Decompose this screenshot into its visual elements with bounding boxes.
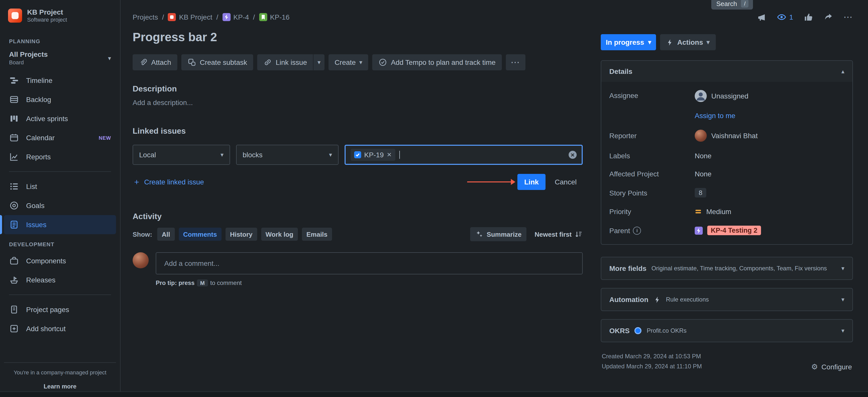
actions-dropdown[interactable]: Actions ▾ bbox=[660, 34, 716, 50]
create-dropdown-button[interactable]: Create ▾ bbox=[329, 54, 368, 70]
breadcrumb-projects[interactable]: Projects bbox=[133, 13, 158, 21]
components-icon bbox=[9, 256, 19, 266]
status-dropdown[interactable]: In progress ▾ bbox=[601, 34, 656, 50]
issue-chip[interactable]: KP-19 ✕ bbox=[351, 149, 395, 161]
okrs-panel[interactable]: OKRS Profit.co OKRs ▾ bbox=[601, 319, 853, 342]
link-issue-split-button: Link issue ▾ bbox=[257, 54, 325, 70]
watchers-count: 1 bbox=[789, 13, 793, 21]
link-issue-dropdown-button[interactable]: ▾ bbox=[313, 54, 324, 70]
link-relation-select[interactable]: blocks ▾ bbox=[236, 145, 339, 165]
description-placeholder[interactable]: Add a description... bbox=[133, 98, 583, 106]
clear-input-icon[interactable]: ✕ bbox=[569, 151, 577, 159]
create-subtask-label: Create subtask bbox=[200, 58, 247, 66]
configure-button[interactable]: ⚙ Configure bbox=[811, 362, 852, 371]
link-target-input[interactable]: KP-19 ✕ ✕ bbox=[345, 145, 583, 165]
link-relation-value: blocks bbox=[243, 151, 262, 159]
search-hint[interactable]: Search / bbox=[711, 0, 753, 9]
sidebar-item-list[interactable]: List bbox=[4, 177, 116, 196]
chevron-down-icon: ▾ bbox=[841, 327, 844, 334]
story-points-value[interactable]: 8 bbox=[695, 188, 706, 197]
details-panel-header[interactable]: Details ▴ bbox=[601, 61, 852, 82]
cancel-button[interactable]: Cancel bbox=[549, 174, 583, 190]
issues-icon bbox=[9, 220, 19, 230]
chip-remove-icon[interactable]: ✕ bbox=[387, 151, 392, 158]
linked-issues-heading: Linked issues bbox=[133, 127, 583, 136]
sidebar-item-goals[interactable]: Goals bbox=[4, 196, 116, 215]
tab-comments[interactable]: Comments bbox=[179, 227, 221, 241]
attach-button[interactable]: Attach bbox=[133, 54, 177, 70]
project-header[interactable]: KB Project Software project bbox=[8, 8, 112, 23]
project-mini-icon bbox=[168, 13, 176, 21]
share-icon[interactable] bbox=[823, 12, 833, 22]
gear-icon: ⚙ bbox=[811, 362, 818, 371]
breadcrumb-epic-label: KP-4 bbox=[233, 13, 249, 21]
learn-more-link[interactable]: Learn more bbox=[6, 383, 114, 390]
m-keycap: M bbox=[197, 279, 208, 286]
tab-emails[interactable]: Emails bbox=[302, 227, 332, 241]
tab-all[interactable]: All bbox=[157, 227, 175, 241]
affected-project-value[interactable]: None bbox=[695, 170, 712, 178]
project-type: Software project bbox=[27, 16, 67, 23]
link-confirm-button[interactable]: Link bbox=[517, 174, 546, 190]
automation-title: Automation bbox=[609, 296, 649, 304]
create-subtask-button[interactable]: Create subtask bbox=[181, 54, 253, 70]
sparkles-icon bbox=[475, 230, 483, 238]
labels-label: Labels bbox=[609, 152, 695, 160]
breadcrumb-epic[interactable]: KP-4 bbox=[222, 13, 249, 21]
current-user-avatar[interactable] bbox=[133, 252, 149, 268]
sidebar-item-releases[interactable]: Releases bbox=[4, 270, 116, 289]
sidebar-item-reports[interactable]: Reports bbox=[4, 147, 116, 166]
breadcrumb-project[interactable]: KB Project bbox=[168, 13, 212, 21]
status-row: In progress ▾ Actions ▾ bbox=[601, 34, 853, 50]
tab-history[interactable]: History bbox=[225, 227, 257, 241]
sidebar-item-calendar[interactable]: Calendar NEW bbox=[4, 128, 116, 147]
more-fields-panel[interactable]: More fields Original estimate, Time trac… bbox=[601, 257, 853, 280]
sidebar-item-issues[interactable]: Issues bbox=[4, 215, 116, 234]
summarize-button[interactable]: Summarize bbox=[470, 227, 527, 241]
priority-value[interactable]: Medium bbox=[706, 208, 732, 216]
sidebar-item-components[interactable]: Components bbox=[4, 251, 116, 270]
feedback-megaphone-icon[interactable] bbox=[756, 12, 767, 22]
breadcrumb-issue[interactable]: KP-16 bbox=[259, 13, 289, 21]
more-actions-icon[interactable]: ⋯ bbox=[843, 14, 853, 20]
link-scope-select[interactable]: Local ▾ bbox=[133, 145, 230, 165]
watch-button[interactable]: 1 bbox=[777, 12, 793, 22]
toolbar-more-button[interactable]: ⋯ bbox=[505, 54, 525, 70]
configure-label: Configure bbox=[822, 363, 852, 371]
okrs-subtitle: Profit.co OKRs bbox=[647, 327, 836, 334]
vote-thumbs-up-icon[interactable] bbox=[803, 12, 813, 22]
lightning-icon bbox=[666, 38, 674, 46]
sort-order-button[interactable]: Newest first bbox=[535, 230, 583, 238]
comment-input[interactable] bbox=[156, 252, 583, 274]
sidebar-item-project-pages[interactable]: Project pages bbox=[4, 300, 116, 319]
chevron-down-icon: ▾ bbox=[317, 59, 320, 66]
text-caret bbox=[399, 151, 400, 159]
affected-project-label: Affected Project bbox=[609, 170, 695, 178]
labels-value[interactable]: None bbox=[695, 152, 712, 160]
list-icon bbox=[9, 181, 19, 191]
tempo-button[interactable]: Add Tempo to plan and track time bbox=[372, 54, 502, 70]
chevron-down-icon: ▾ bbox=[108, 55, 111, 62]
automation-panel[interactable]: Automation Rule executions ▾ bbox=[601, 288, 853, 311]
description-section: Description Add a description... bbox=[133, 85, 583, 106]
tab-work-log[interactable]: Work log bbox=[261, 227, 298, 241]
paperclip-icon bbox=[138, 58, 148, 67]
sidebar-item-timeline[interactable]: Timeline bbox=[4, 71, 116, 90]
create-linked-issue-link[interactable]: ＋ Create linked issue bbox=[133, 178, 204, 186]
status-label: In progress bbox=[606, 38, 644, 46]
parent-issue-tag[interactable]: KP-4 Testing 2 bbox=[707, 226, 761, 235]
unassigned-avatar bbox=[695, 90, 707, 102]
issue-meta-row: Created March 29, 2024 at 10:53 PM Updat… bbox=[601, 351, 853, 371]
actions-label: Actions bbox=[677, 38, 703, 46]
tempo-label: Add Tempo to plan and track time bbox=[391, 58, 496, 66]
sidebar-item-add-shortcut[interactable]: Add shortcut bbox=[4, 319, 116, 338]
sidebar-item-active-sprints[interactable]: Active sprints bbox=[4, 109, 116, 128]
reporter-value[interactable]: Vaishnavi Bhat bbox=[711, 132, 758, 140]
link-issue-button[interactable]: Link issue bbox=[257, 54, 313, 70]
sidebar-item-label: List bbox=[26, 182, 111, 190]
assign-to-me-link[interactable]: Assign to me bbox=[695, 112, 735, 120]
assignee-value[interactable]: Unassigned bbox=[711, 92, 748, 100]
board-switcher[interactable]: All Projects Board ▾ bbox=[4, 48, 116, 68]
sidebar-item-backlog[interactable]: Backlog bbox=[4, 90, 116, 109]
issue-title[interactable]: Progress bar 2 bbox=[133, 30, 583, 44]
